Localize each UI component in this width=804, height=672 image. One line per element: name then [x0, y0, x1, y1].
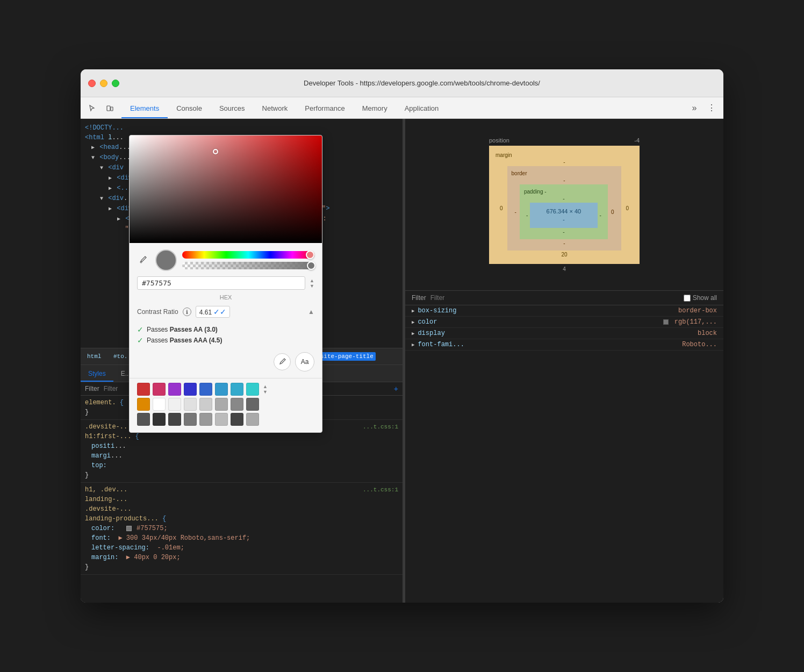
expand-icon[interactable]: ▼ [91, 153, 95, 163]
hex-arrows[interactable]: ▲ ▼ [310, 278, 314, 289]
pick-background-button[interactable] [274, 353, 291, 370]
filter-label: Filter [85, 385, 99, 392]
devtools-tabbar: Elements Console Sources Network Perform… [81, 97, 723, 119]
tab-elements[interactable]: Elements [121, 99, 168, 118]
swatch-item[interactable] [153, 398, 166, 411]
computed-value: border-box [678, 307, 717, 314]
expand-icon[interactable]: ▼ [100, 163, 103, 173]
expand-icon[interactable]: ▶ [91, 143, 95, 153]
hex-input[interactable] [142, 279, 300, 287]
select-element-button[interactable] [85, 101, 100, 116]
hex-label: HEX [137, 294, 314, 301]
titlebar: Developer Tools - https://developers.goo… [81, 69, 723, 97]
hex-input-wrapper [137, 276, 305, 290]
computed-filter-input[interactable] [430, 294, 684, 302]
expand-icon[interactable]: ▶ [412, 319, 414, 325]
styles-value: #757575; [137, 525, 168, 532]
swatch-item[interactable] [184, 383, 197, 396]
swatch-item[interactable] [137, 383, 150, 396]
swatch-item[interactable] [168, 398, 181, 411]
swatch-item[interactable] [246, 398, 259, 411]
border-label: border [512, 170, 618, 176]
arrow-up-icon[interactable]: ▲ [310, 278, 314, 283]
expand-icon[interactable]: ▶ [412, 308, 414, 314]
swatch-item[interactable] [153, 383, 166, 396]
box-padding: padding - - - 676.344 [520, 184, 608, 239]
minimize-button[interactable] [100, 80, 107, 87]
arrow-down-icon[interactable]: ▼ [310, 283, 314, 289]
contrast-expand-icon[interactable]: ▲ [308, 308, 314, 316]
pass-aaa-item: ✓ Passes Passes AAA (4.5) [137, 335, 314, 346]
color-gradient-cursor[interactable] [213, 149, 218, 154]
computed-value: rgb(117,... [663, 318, 717, 326]
swatch-item[interactable] [168, 413, 181, 426]
alpha-thumb[interactable] [307, 261, 315, 270]
swatch-item[interactable] [215, 413, 228, 426]
swatch-item[interactable] [199, 413, 212, 426]
expand-icon[interactable]: ▶ [109, 184, 112, 194]
hue-slider[interactable] [182, 251, 314, 259]
swatch-row-2 [137, 398, 314, 411]
tab-sources[interactable]: Sources [211, 99, 254, 118]
tab-performance[interactable]: Performance [296, 99, 353, 118]
tab-styles[interactable]: Styles [81, 367, 113, 382]
swatch-item[interactable] [168, 383, 181, 396]
cp-sliders-row [137, 249, 314, 271]
swatch-scroll-arrows[interactable]: ▲ ▼ [263, 384, 268, 395]
computed-item: ▶ font-fami... Roboto... [405, 339, 723, 351]
swatch-item[interactable] [231, 398, 243, 411]
show-all-checkbox[interactable] [684, 295, 691, 302]
swatch-item[interactable] [184, 398, 197, 411]
hue-thumb[interactable] [306, 251, 314, 259]
alpha-slider[interactable] [182, 262, 314, 269]
contrast-info-icon[interactable]: ℹ [183, 308, 191, 316]
swatch-row-3 [137, 413, 314, 426]
device-toolbar-button[interactable] [102, 101, 117, 116]
breadcrumb-html[interactable]: html [85, 352, 103, 361]
swatch-down-icon[interactable]: ▼ [263, 389, 268, 395]
devtools-main: ▲ ▼ HEX Contrast Ratio ℹ 4.61 ✓✓ ▲ [81, 119, 723, 603]
swatch-item[interactable] [137, 398, 150, 411]
tab-console[interactable]: Console [168, 99, 211, 118]
expand-icon[interactable]: ▶ [412, 331, 414, 337]
margin-label: margin [496, 152, 633, 158]
swatch-item[interactable] [199, 383, 212, 396]
color-gradient[interactable] [130, 135, 322, 243]
swatch-item[interactable] [153, 413, 166, 426]
eyedropper-icon[interactable] [137, 254, 150, 267]
maximize-button[interactable] [112, 80, 119, 87]
contrast-ratio-row: Contrast Ratio ℹ 4.61 ✓✓ ▲ [137, 306, 314, 318]
swatch-up-icon[interactable]: ▲ [263, 384, 268, 389]
swatch-item[interactable] [215, 398, 228, 411]
swatch-item[interactable] [215, 383, 228, 396]
close-button[interactable] [88, 80, 96, 87]
expand-icon[interactable]: ▶ [117, 215, 120, 224]
tab-application[interactable]: Application [396, 99, 448, 118]
computed-item: ▶ display block [405, 328, 723, 339]
tab-memory[interactable]: Memory [354, 99, 396, 118]
more-tabs-button[interactable]: » [687, 101, 702, 116]
styles-selector: h1:first-... [85, 433, 131, 440]
border-right: 0 [608, 184, 618, 239]
swatch-item[interactable] [184, 413, 197, 426]
swatch-item[interactable] [137, 413, 150, 426]
tab-network[interactable]: Network [254, 99, 297, 118]
styles-property: positi [91, 442, 114, 450]
pass-aa-check-icon: ✓ [137, 325, 143, 334]
expand-icon[interactable]: ▶ [109, 174, 112, 183]
aa-preview-button[interactable]: Aa [295, 352, 314, 371]
devtools-menu-button[interactable]: ⋮ [704, 101, 719, 116]
swatch-item[interactable] [246, 383, 259, 396]
devtools-toolbar [85, 101, 117, 116]
expand-icon[interactable]: ▶ [109, 204, 112, 214]
swatch-item[interactable] [199, 398, 212, 411]
show-all-label: Show all [693, 294, 717, 302]
swatch-item[interactable] [246, 413, 259, 426]
add-style-button[interactable]: + [394, 384, 398, 393]
color-swatch[interactable] [126, 526, 132, 531]
swatch-item[interactable] [231, 383, 243, 396]
expand-icon[interactable]: ▶ [412, 342, 414, 348]
swatch-item[interactable] [231, 413, 243, 426]
expand-icon[interactable]: ▼ [100, 194, 103, 204]
cp-actions: Aa [137, 352, 314, 371]
